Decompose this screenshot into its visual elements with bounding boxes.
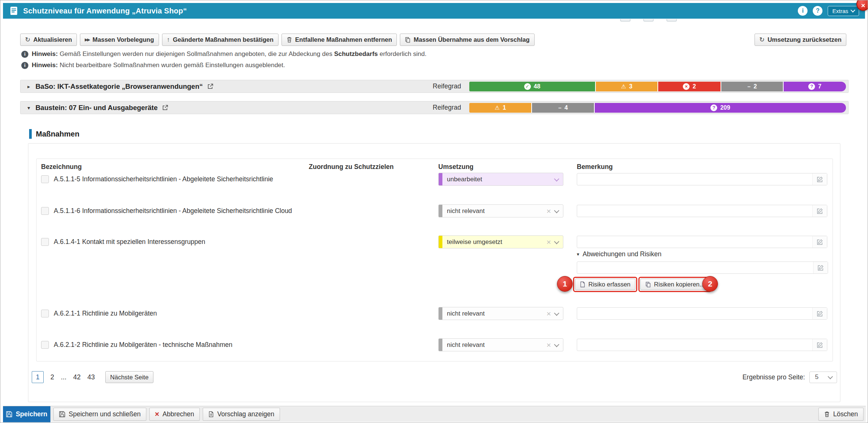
- umsetzung-select[interactable]: unbearbeitet: [438, 173, 563, 186]
- bemerkung-input[interactable]: [577, 339, 827, 351]
- chevron-down-icon: [828, 374, 833, 379]
- check-icon: ✓: [524, 83, 531, 90]
- save-close-icon: [59, 411, 65, 417]
- button-label: Aktualisieren: [33, 36, 72, 43]
- button-label: Abbrechen: [162, 410, 194, 418]
- help-icon[interactable]: ?: [813, 6, 822, 16]
- save-button[interactable]: Speichern: [3, 406, 50, 422]
- segment-count: 4: [564, 104, 568, 111]
- column-header-bemerkung: Bemerkung: [577, 163, 827, 171]
- segment-count: 2: [753, 83, 757, 90]
- bemerkung-input[interactable]: [577, 307, 827, 320]
- app-window: × Schutzniveau für Anwendung „Atruvia Sh…: [0, 0, 868, 423]
- hint-prefix: Hinweis:: [32, 62, 58, 69]
- cancel-button[interactable]: × Abbrechen: [149, 408, 200, 421]
- save-and-close-button[interactable]: Speichern und schließen: [53, 408, 146, 421]
- entfallene-massnahmen-entfernen-button[interactable]: Entfallene Maßnahmen entfernen: [281, 34, 397, 46]
- bemerkung-input[interactable]: [577, 205, 827, 217]
- edit-icon[interactable]: [812, 205, 827, 217]
- row-checkbox[interactable]: [41, 310, 49, 317]
- geaenderte-massnahmen-bestaetigen-button[interactable]: ↑ Geänderte Maßnahmen bestätigen: [162, 34, 279, 46]
- status-color-bar: [439, 307, 442, 320]
- delete-button[interactable]: Löschen: [818, 408, 864, 421]
- show-proposal-button[interactable]: Vorschlag anzeigen: [203, 408, 280, 421]
- edit-icon[interactable]: [812, 339, 827, 351]
- trash-icon: [286, 37, 292, 43]
- segment-warnung: ⚠ 3: [595, 82, 657, 91]
- chevron-down-icon[interactable]: [554, 239, 559, 244]
- massen-vorbelegung-button[interactable]: ▶▶ Massen Vorbelegung: [80, 34, 159, 46]
- abweichungen-label: Abweichungen und Risiken: [583, 250, 662, 258]
- edit-icon[interactable]: [812, 308, 827, 319]
- section-baso-header[interactable]: ▸ BaSo: IKT-Assetkategorie „Browseranwen…: [20, 80, 849, 93]
- clear-icon[interactable]: ×: [544, 341, 554, 349]
- caret-down-icon: ▾: [26, 105, 32, 111]
- bemerkung-input[interactable]: [577, 173, 827, 185]
- copy-icon: [405, 37, 411, 43]
- row-checkbox[interactable]: [41, 341, 49, 349]
- edit-icon[interactable]: [812, 236, 827, 248]
- cancel-x-icon: ×: [155, 410, 159, 418]
- clear-icon[interactable]: ×: [544, 238, 554, 246]
- abweichungen-toggle[interactable]: ▾ Abweichungen und Risiken: [577, 250, 662, 258]
- risiko-erfassen-button[interactable]: Risiko erfassen: [575, 279, 635, 290]
- copy-icon: [645, 282, 651, 288]
- aktualisieren-button[interactable]: ↻ Aktualisieren: [20, 34, 77, 46]
- segment-unbearbeitet: ? 209: [594, 103, 846, 113]
- column-header-umsetzung: Umsetzung: [438, 163, 577, 171]
- hint-text: Hinweis: Gemäß Einstellungen werden nur …: [32, 50, 426, 58]
- heading-accent-bar: [29, 129, 32, 139]
- external-link-icon[interactable]: [207, 83, 214, 90]
- extras-button[interactable]: Extras: [828, 6, 859, 16]
- segment-count: 7: [818, 83, 821, 90]
- abweichung-bemerkung-input[interactable]: [577, 261, 828, 274]
- section-baustein-header[interactable]: ▾ Baustein: 07 Ein- und Ausgabegeräte Re…: [20, 101, 849, 114]
- button-label: Umsetzung zurücksetzen: [768, 36, 841, 43]
- edit-icon[interactable]: [813, 262, 828, 273]
- segment-nicht-relevant: – 2: [721, 82, 783, 91]
- clear-icon[interactable]: ×: [544, 207, 554, 215]
- umsetzung-select[interactable]: nicht relevant ×: [438, 204, 563, 217]
- footer-bar: Speichern Speichern und schließen × Abbr…: [3, 406, 866, 422]
- bemerkung-input[interactable]: [577, 236, 827, 248]
- reset-icon: ↻: [759, 37, 765, 43]
- umsetzung-zuruecksetzen-button[interactable]: ↻ Umsetzung zurücksetzen: [755, 34, 846, 46]
- massen-uebernahme-button[interactable]: Massen Übernahme aus dem Vorschlag: [400, 34, 535, 46]
- per-page-select[interactable]: 5: [809, 372, 837, 383]
- abweichungen-row: [577, 261, 828, 274]
- status-color-bar: [439, 339, 442, 351]
- risiken-kopieren-button[interactable]: Risiken kopieren...: [640, 279, 710, 290]
- clear-icon[interactable]: ×: [544, 310, 554, 317]
- row-checkbox[interactable]: [41, 238, 49, 246]
- row-checkbox[interactable]: [41, 175, 49, 183]
- hint-part: Gemäß Einstellungen werden nur diejenige…: [58, 50, 334, 57]
- trash-icon: [824, 411, 830, 417]
- per-page-control: Ergebnisse pro Seite: 5: [743, 371, 837, 383]
- page-title: Schutzniveau für Anwendung „Atruvia Shop…: [23, 7, 187, 15]
- caret-down-icon: ▾: [577, 251, 579, 257]
- page-button-2[interactable]: 2: [50, 373, 54, 381]
- button-label: Massen Übernahme aus dem Vorschlag: [414, 36, 530, 43]
- button-label: Speichern: [16, 410, 47, 418]
- external-link-icon[interactable]: [162, 104, 168, 111]
- umsetzung-select[interactable]: nicht relevant ×: [438, 338, 563, 351]
- next-page-button[interactable]: Nächste Seite: [105, 371, 153, 383]
- segment-count: 209: [720, 104, 730, 111]
- row-checkbox[interactable]: [41, 207, 49, 215]
- page-button-1[interactable]: 1: [32, 371, 44, 383]
- chevron-down-icon[interactable]: [554, 310, 559, 316]
- info-icon[interactable]: i: [798, 6, 808, 16]
- segment-nicht-relevant: – 4: [531, 103, 594, 113]
- massnahme-label: A.5.1.1-5 Informationssicherheitsrichtli…: [54, 175, 273, 183]
- page-button-43[interactable]: 43: [87, 373, 95, 381]
- chevron-down-icon[interactable]: [554, 176, 559, 181]
- edit-icon[interactable]: [812, 173, 827, 185]
- button-label: Nächste Seite: [110, 374, 149, 381]
- umsetzung-select[interactable]: nicht relevant ×: [438, 307, 563, 320]
- chevron-down-icon[interactable]: [554, 342, 559, 347]
- page-button-42[interactable]: 42: [73, 373, 81, 381]
- clipped-icon-fragment: [643, 19, 654, 22]
- chevron-down-icon[interactable]: [554, 208, 559, 213]
- risiko-buttons-row: Risiko erfassen Risiken kopieren...: [573, 277, 712, 292]
- umsetzung-select[interactable]: teilweise umgesetzt ×: [438, 235, 563, 248]
